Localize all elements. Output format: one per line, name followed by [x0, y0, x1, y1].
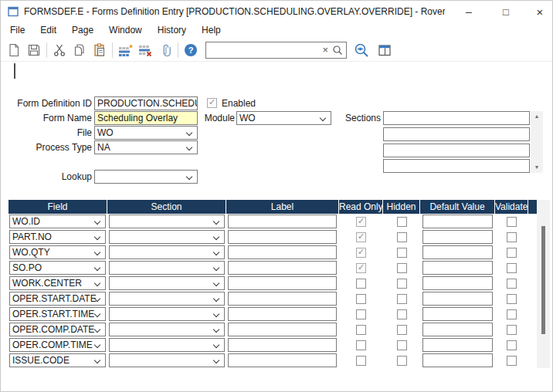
label-input[interactable] [228, 353, 337, 367]
label-input[interactable] [228, 230, 337, 244]
default-value-input[interactable] [422, 338, 493, 352]
search-clear-icon[interactable]: × [322, 44, 328, 56]
sections-scrollbar[interactable]: ▲ ▼ [531, 111, 543, 173]
layout-button[interactable] [375, 41, 395, 59]
section-input[interactable] [383, 111, 530, 125]
field-dropdown[interactable]: OPER.COMP.TIME [9, 338, 106, 352]
insert-row-button[interactable] [115, 41, 135, 59]
section-dropdown[interactable] [109, 353, 225, 367]
default-value-input[interactable] [422, 215, 493, 228]
section-dropdown[interactable] [109, 215, 225, 228]
section-dropdown[interactable] [109, 292, 225, 306]
section-dropdown[interactable] [109, 230, 225, 244]
menu-edit[interactable]: Edit [32, 22, 64, 39]
default-value-input[interactable] [422, 353, 493, 367]
paste-button[interactable] [90, 41, 110, 59]
file-dropdown[interactable]: WO [94, 126, 198, 140]
default-value-input[interactable] [422, 230, 493, 244]
close-button[interactable]: × [524, 1, 553, 22]
section-input[interactable] [383, 144, 530, 157]
section-dropdown[interactable] [109, 245, 225, 259]
form-name-input[interactable]: Scheduling Overlay [94, 111, 198, 125]
read-only-checkbox[interactable] [356, 340, 366, 350]
menu-help[interactable]: Help [194, 22, 229, 39]
section-input[interactable] [383, 127, 530, 141]
field-dropdown[interactable]: WORK.CENTER [9, 276, 106, 290]
validate-checkbox[interactable] [507, 248, 517, 258]
default-value-input[interactable] [422, 323, 493, 336]
section-input[interactable] [383, 159, 530, 173]
hidden-checkbox[interactable] [397, 263, 407, 273]
validate-checkbox[interactable] [507, 217, 517, 227]
default-value-input[interactable] [422, 292, 493, 306]
cut-button[interactable] [49, 41, 70, 59]
read-only-checkbox[interactable] [356, 232, 366, 242]
lookup-dropdown[interactable] [94, 170, 198, 184]
field-dropdown[interactable]: PART.NO [9, 230, 106, 244]
section-dropdown[interactable] [109, 261, 225, 275]
read-only-checkbox[interactable] [356, 263, 366, 273]
default-value-input[interactable] [422, 307, 493, 321]
label-input[interactable] [228, 292, 337, 306]
validate-checkbox[interactable] [507, 325, 517, 335]
label-input[interactable] [228, 276, 337, 290]
attachment-button[interactable] [155, 41, 175, 59]
grid-scrollbar-thumb[interactable] [541, 226, 545, 334]
validate-checkbox[interactable] [507, 340, 517, 350]
module-dropdown[interactable]: WO [236, 111, 331, 125]
default-value-input[interactable] [422, 261, 493, 275]
field-dropdown[interactable]: WO.ID [9, 215, 106, 228]
default-value-input[interactable] [422, 276, 493, 290]
search-icon[interactable] [331, 44, 344, 56]
validate-checkbox[interactable] [507, 309, 517, 319]
validate-checkbox[interactable] [507, 294, 517, 304]
hidden-checkbox[interactable] [397, 248, 407, 258]
scroll-down-icon[interactable]: ▼ [531, 163, 543, 172]
hidden-checkbox[interactable] [397, 309, 407, 319]
label-input[interactable] [228, 323, 337, 336]
validate-checkbox[interactable] [507, 263, 517, 273]
validate-checkbox[interactable] [507, 232, 517, 242]
hidden-checkbox[interactable] [397, 217, 407, 227]
minimize-button[interactable]: – [453, 1, 484, 22]
grid-scrollbar[interactable] [537, 200, 550, 368]
field-dropdown[interactable]: OPER.START.DATE [9, 292, 106, 306]
section-dropdown[interactable] [109, 323, 225, 336]
delete-row-button[interactable] [135, 41, 155, 59]
new-document-button[interactable] [4, 41, 24, 59]
hidden-checkbox[interactable] [397, 325, 407, 335]
hidden-checkbox[interactable] [397, 294, 407, 304]
label-input[interactable] [228, 338, 337, 352]
field-dropdown[interactable]: ISSUE.CODE [9, 353, 106, 367]
help-button[interactable]: ? [181, 41, 201, 59]
default-value-input[interactable] [422, 245, 493, 259]
menu-page[interactable]: Page [64, 22, 101, 39]
label-input[interactable] [228, 245, 337, 259]
menu-file[interactable]: File [2, 22, 32, 39]
enabled-checkbox[interactable] [207, 98, 217, 108]
read-only-checkbox[interactable] [356, 248, 366, 258]
field-dropdown[interactable]: WO.QTY [9, 245, 106, 259]
label-input[interactable] [228, 215, 337, 228]
read-only-checkbox[interactable] [356, 279, 366, 289]
form-definition-id-input[interactable]: PRODUCTION.SCHEDULING.OVERLAY.OVERRIDE [94, 96, 198, 110]
hidden-checkbox[interactable] [397, 279, 407, 289]
field-dropdown[interactable]: SO.PO [9, 261, 106, 275]
read-only-checkbox[interactable] [356, 294, 366, 304]
section-dropdown[interactable] [109, 338, 225, 352]
read-only-checkbox[interactable] [356, 325, 366, 335]
view-record-button[interactable] [351, 41, 371, 59]
menu-history[interactable]: History [150, 22, 194, 39]
hidden-checkbox[interactable] [397, 232, 407, 242]
section-dropdown[interactable] [109, 276, 225, 290]
section-dropdown[interactable] [109, 307, 225, 321]
validate-checkbox[interactable] [507, 279, 517, 289]
menu-window[interactable]: Window [101, 22, 150, 39]
validate-checkbox[interactable] [507, 356, 517, 366]
label-input[interactable] [228, 261, 337, 275]
field-dropdown[interactable]: OPER.START.TIME [9, 307, 106, 321]
hidden-checkbox[interactable] [397, 356, 407, 366]
label-input[interactable] [228, 307, 337, 321]
copy-button[interactable] [70, 41, 90, 59]
field-dropdown[interactable]: OPER.COMP.DATE [9, 323, 106, 336]
